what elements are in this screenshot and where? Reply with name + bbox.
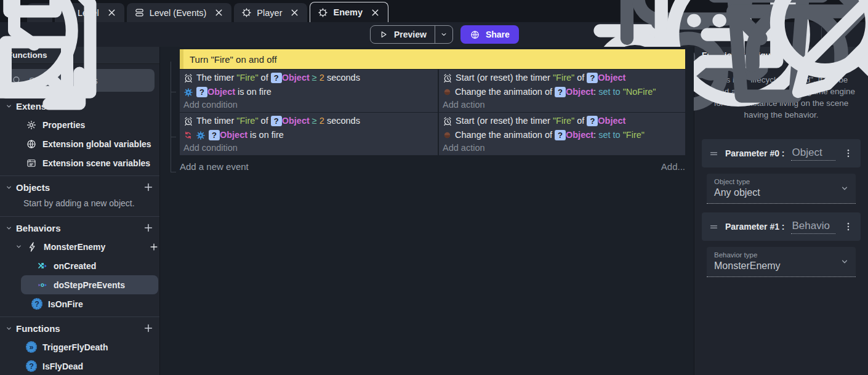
event-row[interactable]: The timer "Fire" of ?Object ≥ 2 seconds?… [180,70,685,112]
instruction-text: : [593,87,598,97]
edit-scene-icon [763,0,868,127]
sidebar-divider [0,216,159,217]
save-button[interactable] [29,27,44,42]
instruction-text: Object [282,116,310,126]
event-comment[interactable]: Turn "Fire" on and off [180,49,685,69]
add-action-button[interactable]: Add action [439,142,685,155]
share-button[interactable]: Share [460,25,519,44]
conditions-column: The timer "Fire" of ?Object ≥ 2 seconds?… [180,113,438,155]
instruction-text: Object [220,130,247,140]
lightning-icon [27,241,38,252]
drag-handle-icon[interactable] [709,222,719,232]
chevron-down-icon [840,257,850,267]
kebab-menu-icon[interactable] [843,221,854,232]
preview-button-main[interactable]: Preview [371,26,435,43]
action-line[interactable]: Start (or reset) the timer "Fire" of ?Ob… [439,71,685,85]
parameter-name-input[interactable]: Object [791,147,835,161]
event-row[interactable]: The timer "Fire" of ?Object ≥ 2 seconds?… [180,113,685,155]
sidebar-item-extension global variables[interactable]: Extension global variables [0,134,159,153]
tab-label: Level (Events) [150,8,207,18]
add-behaviors-button[interactable] [142,222,155,234]
section-behaviors[interactable]: Behaviors [0,219,159,237]
action-line[interactable]: Change the animation of ?Object: set to … [439,128,685,142]
add-objects-button[interactable] [142,181,155,193]
sidebar-item-isflydead[interactable]: ?IsFlyDead [0,357,159,375]
preview-dropdown-button[interactable] [435,26,452,43]
timer-icon [443,116,452,126]
parameter-type-select[interactable]: Object type Any object [707,174,856,204]
parameter-type-select[interactable]: Behavior type MonsterEnemy [707,247,856,277]
action-sentence: Change the animation of ?Object: set to … [455,87,656,97]
action-line[interactable]: Change the animation of ?Object: set to … [439,85,685,99]
instruction-text: of [259,73,271,83]
instruction-text: The timer [196,116,236,126]
instruction-text: set to [598,130,623,140]
sidebar-item-monsterenemy[interactable]: MonsterEnemy [0,237,159,256]
share-label: Share [486,30,510,39]
add-condition-button[interactable]: Add condition [180,99,438,111]
object-parameter-badge: ? [271,116,282,126]
add-more-button[interactable]: Add... [661,161,685,172]
object-parameter-badge: ? [209,130,220,140]
edit-extension-button[interactable] [848,27,863,42]
object-parameter-badge: ? [555,130,566,140]
kebab-menu-icon[interactable] [843,148,854,159]
section-functions[interactable]: Functions [0,319,159,337]
tab-close-icon[interactable] [370,7,380,18]
instruction-text: seconds [324,116,360,126]
instruction-text: of [259,116,271,126]
tab-level-events[interactable]: Level (Events) [127,3,232,22]
sidebar-item-extension scene variables[interactable]: Extension scene variables [0,153,159,172]
parameter-row: Parameter #0 : Object [702,139,861,167]
condition-line[interactable]: ?Object is on fire [180,85,438,99]
event-tree-tick [171,172,176,172]
chevron-down-icon [5,325,13,333]
sidebar-item-label: IsOnFire [48,299,83,309]
parameter-name-input[interactable]: Behavio [791,220,835,234]
instruction-text: Object [598,116,625,126]
section-label: Functions [16,323,60,334]
tab-label: Enemy [333,7,363,17]
events-list: The timer "Fire" of ?Object ≥ 2 seconds?… [160,70,694,155]
sidebar-item-triggerflydeath[interactable]: »TriggerFlyDeath [0,337,159,357]
drag-handle-icon[interactable] [709,148,719,159]
instruction-text: Object [566,87,593,97]
action-line[interactable]: Start (or reset) the timer "Fire" of ?Ob… [439,114,685,128]
tab-close-icon[interactable] [214,7,224,18]
parameter-type-label: Object type [714,178,848,185]
object-parameter-badge: ? [587,73,598,83]
sidebar-item-isonfire[interactable]: ?IsOnFire [0,294,159,313]
sidebar-item-label: onCreated [54,261,96,271]
preview-button[interactable]: Preview [370,25,453,44]
add-new-event-button[interactable]: Add a new event [180,161,249,172]
events-footer: Add a new event Add... [180,161,685,172]
condition-line[interactable]: The timer "Fire" of ?Object ≥ 2 seconds [180,114,438,128]
add-functions-button[interactable] [142,322,155,334]
section-objects[interactable]: Objects [0,178,159,196]
timer-icon [443,73,452,83]
chevron-down-icon [5,183,13,192]
gear-question-icon: ? [26,361,37,372]
condition-line[interactable]: ?Object is on fire [180,128,438,142]
tab-close-icon[interactable] [289,7,300,18]
instruction-text: : [593,130,598,140]
actions-column: Start (or reset) the timer "Fire" of ?Ob… [439,70,685,112]
events-icon [134,7,145,18]
chevron-down-icon [5,224,13,232]
sidebar-item-dosteppreevents[interactable]: doStepPreEvents [21,275,158,294]
add-condition-button[interactable]: Add condition [180,142,438,155]
instruction-text: "Fire" [623,130,645,140]
instruction-text: seconds [324,73,360,83]
add-behavior-function-button[interactable] [148,241,159,252]
instruction-text: Change the animation of [455,87,555,97]
sidebar-item-label: doStepPreEvents [54,280,125,290]
gear-chevrons-icon: » [26,342,37,353]
add-action-button[interactable]: Add action [439,99,685,111]
condition-line[interactable]: The timer "Fire" of ?Object ≥ 2 seconds [180,71,438,85]
tab-player[interactable]: Player [234,3,307,22]
parameter-row: Parameter #1 : Behavio [702,212,861,241]
sidebar-item-oncreated[interactable]: onCreated [0,256,159,275]
action-sentence: Start (or reset) the timer "Fire" of ?Ob… [456,116,625,126]
tab-enemy[interactable]: Enemy [310,2,388,22]
parameter-type-value: MonsterEnemy [714,260,848,272]
